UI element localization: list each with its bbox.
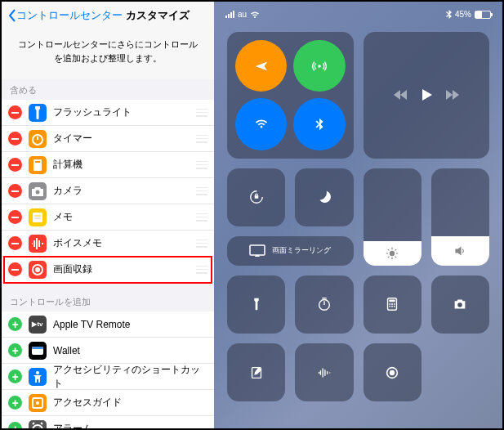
media-controls[interactable] [364,32,490,159]
svg-point-45 [390,370,395,374]
connectivity-group [227,32,354,159]
reorder-grip[interactable] [196,213,207,222]
orientation-lock-button[interactable] [227,168,285,226]
reorder-grip[interactable] [196,135,207,143]
svg-rect-30 [250,245,265,255]
guide-icon [29,394,47,412]
item-label: アクセスガイド [53,396,207,410]
voice-memo-button[interactable] [295,343,353,401]
list-item[interactable]: メモ [2,204,214,231]
svg-point-42 [458,303,462,307]
wallet-icon [29,342,47,360]
screen-record-button[interactable] [364,343,421,401]
signal-icon [225,11,234,18]
section-more: コントロールを追加 [2,291,214,311]
back-button[interactable]: コントロールセンター [8,8,123,23]
bluetooth-button[interactable] [293,98,345,150]
calculator-icon [29,156,47,174]
list-item[interactable]: カメラ [2,178,214,204]
remove-button[interactable] [8,210,22,224]
add-button[interactable] [8,317,22,331]
svg-point-39 [389,306,390,307]
reorder-grip[interactable] [196,161,207,169]
add-button[interactable] [8,343,22,357]
svg-line-26 [388,249,390,251]
item-label: アラーム [53,422,207,428]
svg-rect-35 [389,300,395,302]
list-item[interactable]: タイマー [2,126,214,152]
timer-button[interactable] [295,275,353,334]
voice-icon [29,235,47,253]
dnd-button[interactable] [295,168,353,226]
cellular-button[interactable] [293,40,345,92]
camera-button[interactable] [431,275,489,334]
prev-icon[interactable] [393,87,408,102]
svg-point-4 [36,190,40,194]
reorder-grip[interactable] [196,109,207,117]
description: コントロールセンターにさらにコントロールを追加および整理します。 [2,26,214,79]
remove-button[interactable] [8,158,22,172]
list-item[interactable]: アラーム [2,416,214,428]
bluetooth-icon [446,10,452,19]
item-label: アクセシビリティのショートカット [53,363,207,391]
settings-panel: コントロールセンター カスタマイズ コントロールセンターにさらにコントロールを追… [2,2,214,428]
svg-rect-5 [33,213,42,222]
svg-rect-3 [35,161,40,163]
add-button[interactable] [8,422,22,428]
remove-button[interactable] [8,105,22,119]
calculator-button[interactable] [364,275,421,334]
play-icon[interactable] [419,87,434,102]
svg-line-29 [395,249,397,251]
item-label: ボイスメモ [53,236,196,250]
battery-pct: 45% [455,10,471,19]
section-include: 含める [2,79,214,100]
back-label: コントロールセンター [16,8,123,23]
highlight-screen-record-row [3,256,212,284]
add-button[interactable] [8,370,22,383]
next-icon[interactable] [445,87,460,102]
svg-line-18 [41,423,42,424]
svg-point-19 [318,65,321,68]
airplane-button[interactable] [235,40,287,92]
volume-slider[interactable] [431,168,489,266]
remove-button[interactable] [8,132,22,146]
timer-icon [29,130,47,148]
svg-point-41 [394,306,395,307]
svg-line-28 [388,256,390,258]
svg-line-17 [33,423,34,424]
list-item[interactable]: ▶tvApple TV Remote [2,311,214,338]
wifi-icon [250,11,260,19]
screen-mirror-button[interactable]: 画面ミラーリング [227,236,354,266]
svg-point-14 [36,401,39,405]
wifi-button[interactable] [235,98,287,150]
list-item[interactable]: アクセシビリティのショートカット [2,364,214,390]
remove-button[interactable] [8,184,22,198]
list-item[interactable]: アクセスガイド [2,390,214,416]
brightness-slider[interactable] [364,168,421,266]
notes-button[interactable] [227,343,285,401]
list-item[interactable]: Wallet [2,338,214,364]
control-center: au 45% [214,2,502,428]
add-button[interactable] [8,396,22,410]
item-label: メモ [53,210,196,224]
reorder-grip[interactable] [196,187,207,195]
nav-bar: コントロールセンター カスタマイズ [2,2,214,26]
status-bar: au 45% [214,2,502,24]
camera-icon [29,182,47,200]
list-item[interactable]: フラッシュライト [2,100,214,126]
mirror-label: 画面ミラーリング [272,246,331,255]
notes-icon [29,208,47,226]
page-title: カスタマイズ [126,8,190,23]
svg-point-38 [394,303,395,305]
battery-icon [475,11,491,19]
list-item[interactable]: 計算機 [2,152,214,178]
svg-rect-11 [32,347,43,349]
svg-line-16 [38,428,40,429]
list-item[interactable]: ボイスメモ [2,231,214,257]
svg-point-12 [36,371,39,374]
svg-point-37 [391,303,393,305]
reorder-grip[interactable] [196,240,207,248]
item-label: フラッシュライト [53,105,196,119]
flashlight-button[interactable] [227,275,285,334]
remove-button[interactable] [8,236,22,250]
